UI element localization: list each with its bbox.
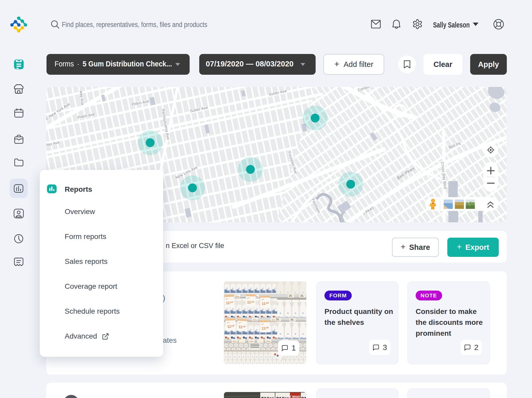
svg-text:$13⁹⁹: $13⁹⁹ (276, 396, 289, 398)
svg-text:$1: $1 (301, 396, 306, 398)
svg-text:T WHAT: T WHAT (290, 395, 301, 398)
svg-text:$10⁹⁹: $10⁹⁹ (261, 396, 274, 398)
